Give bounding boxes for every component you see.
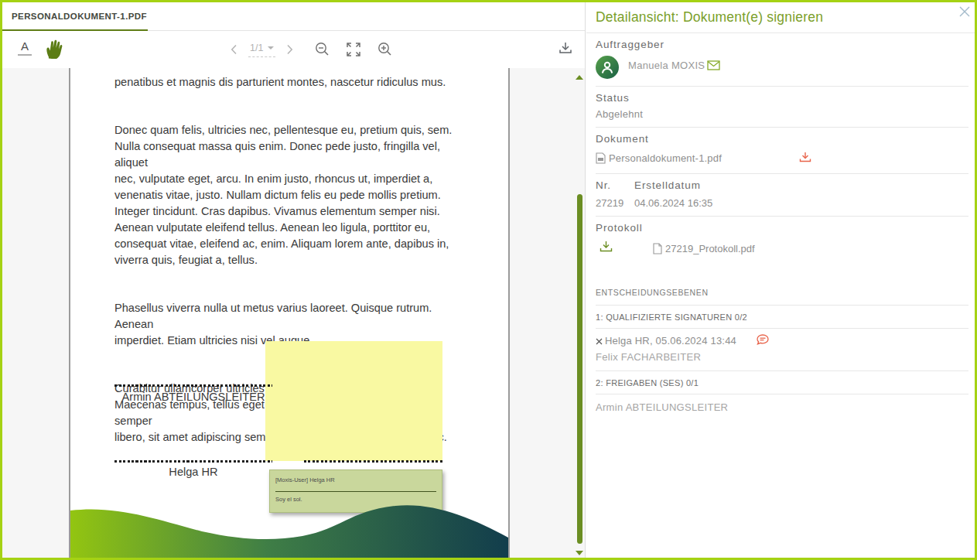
level-2-title: 2: FREIGABEN (SES) 0/1 bbox=[596, 371, 968, 394]
signature-label-armin: Armin ABTEILUNGSLEITER bbox=[114, 391, 272, 403]
nr-erstelldatum-grid: Nr. Erstelldatum 27219 04.06.2024 16:35 bbox=[596, 179, 968, 209]
stamp-divider bbox=[275, 491, 436, 492]
comment-bubble-icon bbox=[757, 334, 769, 345]
protokoll-file-icon bbox=[653, 243, 662, 254]
download-red-icon bbox=[799, 152, 811, 163]
detail-panel: Detailansicht: Dokument(e) signieren Auf… bbox=[586, 2, 975, 558]
level-1-title: 1: QUALIFIZIERTE SIGNATUREN 0/2 bbox=[596, 306, 968, 329]
viewer-toolbar: A 1/1 bbox=[2, 31, 585, 67]
text-annotation-button[interactable]: A bbox=[18, 40, 32, 56]
tab-label: PERSONALDOKUMENT-1.PDF bbox=[12, 12, 147, 21]
close-panel-button[interactable] bbox=[958, 5, 971, 21]
page-indicator: 1/1 bbox=[250, 43, 263, 53]
stamp-user-line: [Moxis-User] Helga HR bbox=[275, 476, 436, 483]
erstelldatum-value: 04.06.2024 16:35 bbox=[634, 197, 968, 209]
page-navigation: 1/1 bbox=[231, 31, 392, 67]
panel-title: Detailansicht: Dokument(e) signieren bbox=[596, 9, 965, 26]
hand-icon bbox=[43, 37, 63, 59]
chevron-down-icon bbox=[268, 46, 274, 50]
zoom-in-button[interactable] bbox=[377, 42, 392, 56]
level-2-entry-pending: Armin ABTEILUNGSLEITER bbox=[596, 394, 968, 421]
status-value: Abgelehnt bbox=[596, 108, 968, 120]
document-download-button[interactable] bbox=[559, 41, 572, 58]
protokoll-label: Protokoll bbox=[596, 222, 968, 234]
fullscreen-button[interactable] bbox=[347, 43, 360, 56]
pdf-file-icon bbox=[596, 152, 606, 164]
section-nr-erstelldatum: Nr. Erstelldatum 27219 04.06.2024 16:35 bbox=[596, 174, 968, 217]
protokoll-row: 27219_Protokoll.pdf bbox=[596, 241, 968, 258]
page-select[interactable]: 1/1 bbox=[248, 41, 275, 57]
level-1-entry-pending: Felix FACHARBEITER bbox=[596, 351, 968, 363]
zoom-out-icon bbox=[315, 42, 330, 56]
tab-personaldokument[interactable]: PERSONALDOKUMENT-1.PDF bbox=[2, 2, 158, 31]
pdf-page: penatibus et magnis dis parturient monte… bbox=[69, 68, 510, 558]
envelope-icon bbox=[707, 60, 720, 70]
dokument-row: Personaldokument-1.pdf bbox=[596, 150, 968, 166]
rejected-x-icon bbox=[596, 336, 603, 347]
nr-label: Nr. bbox=[596, 179, 634, 191]
protokoll-filename-link[interactable]: 27219_Protokoll.pdf bbox=[665, 243, 755, 254]
text-annotation-glyph: A bbox=[18, 40, 32, 52]
hand-pan-tool-button[interactable] bbox=[43, 37, 63, 62]
document-clipped-line: penatibus et magnis dis parturient monte… bbox=[114, 74, 464, 90]
next-page-button[interactable] bbox=[286, 44, 293, 55]
chevron-left-icon bbox=[231, 44, 237, 55]
document-tabbar: PERSONALDOKUMENT-1.PDF bbox=[2, 2, 585, 31]
chevron-right-icon bbox=[286, 44, 293, 55]
signature-dotted-line-armin bbox=[114, 384, 272, 387]
dokument-download-button[interactable] bbox=[799, 152, 811, 166]
auftraggeber-row: Manuela MOXIS bbox=[596, 52, 968, 79]
comment-button[interactable] bbox=[757, 334, 769, 347]
pdf-canvas[interactable]: penatibus et magnis dis parturient monte… bbox=[2, 68, 585, 558]
email-button[interactable] bbox=[707, 60, 720, 73]
scroll-down-arrow[interactable] bbox=[576, 551, 583, 555]
fullscreen-icon bbox=[347, 43, 360, 56]
pdf-viewer: PERSONALDOKUMENT-1.PDF A 1/1 bbox=[2, 2, 586, 558]
section-dokument: Dokument Personaldokument-1.pdf bbox=[596, 128, 968, 174]
status-label: Status bbox=[596, 92, 968, 104]
download-green-icon bbox=[600, 241, 613, 253]
level-1-entries: Helga HR, 05.06.2024 13:44 Felix FACHARB… bbox=[596, 329, 968, 371]
text-annotation-underline bbox=[18, 54, 32, 56]
avatar bbox=[596, 56, 619, 79]
zoom-in-icon bbox=[377, 42, 392, 56]
dokument-label: Dokument bbox=[596, 133, 968, 145]
document-footer-wave bbox=[70, 499, 508, 558]
signature-placement-highlight[interactable] bbox=[265, 341, 442, 461]
level-1-entry-text: Helga HR, 05.06.2024 13:44 bbox=[605, 335, 736, 347]
person-icon bbox=[600, 60, 615, 75]
auftraggeber-name: Manuela MOXIS bbox=[628, 60, 705, 71]
dokument-filename-link[interactable]: Personaldokument-1.pdf bbox=[609, 152, 722, 164]
signature-label-helga: Helga HR bbox=[114, 466, 272, 478]
nr-value: 27219 bbox=[596, 197, 634, 209]
signature-dotted-line-helga-left bbox=[114, 460, 272, 463]
close-icon bbox=[958, 5, 971, 18]
scrollbar-thumb[interactable] bbox=[577, 194, 582, 544]
auftraggeber-label: Auftraggeber bbox=[596, 39, 968, 50]
signature-dotted-line-helga-right bbox=[304, 460, 443, 463]
document-paragraph: Donec quam felis, ultricies nec, pellent… bbox=[114, 122, 464, 268]
moxis-window: PERSONALDOKUMENT-1.PDF A 1/1 bbox=[0, 0, 977, 560]
zoom-out-button[interactable] bbox=[315, 42, 330, 56]
section-status: Status Abgelehnt bbox=[596, 87, 968, 128]
section-protokoll: Protokoll 27219_Protokoll.pdf bbox=[596, 217, 968, 265]
scroll-up-arrow[interactable] bbox=[576, 75, 583, 80]
level-1-entry-rejected: Helga HR, 05.06.2024 13:44 bbox=[596, 334, 968, 347]
download-icon bbox=[559, 41, 572, 55]
section-auftraggeber: Auftraggeber Manuela MOXIS bbox=[596, 33, 968, 87]
erstelldatum-label: Erstelldatum bbox=[634, 179, 968, 191]
protokoll-download-button[interactable] bbox=[600, 241, 613, 256]
entscheidungsebenen-heading: ENTSCHEIDUNGSEBENEN bbox=[596, 265, 968, 306]
detail-panel-header: Detailansicht: Dokument(e) signieren bbox=[586, 2, 975, 33]
previous-page-button[interactable] bbox=[231, 44, 237, 55]
